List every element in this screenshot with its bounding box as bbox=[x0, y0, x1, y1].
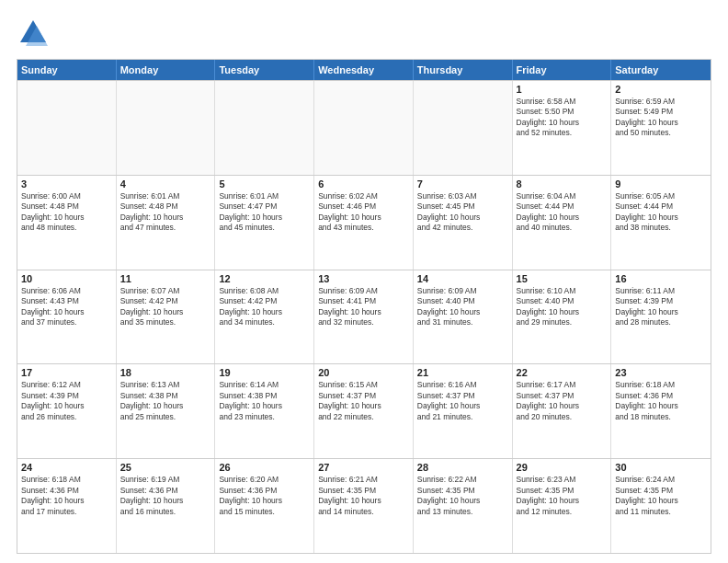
day-number: 8 bbox=[517, 178, 608, 190]
day-cell-29: 29Sunrise: 6:23 AM Sunset: 4:35 PM Dayli… bbox=[513, 459, 612, 553]
day-cell-24: 24Sunrise: 6:18 AM Sunset: 4:36 PM Dayli… bbox=[17, 459, 117, 553]
day-cell-22: 22Sunrise: 6:17 AM Sunset: 4:37 PM Dayli… bbox=[513, 364, 612, 458]
day-number: 29 bbox=[517, 462, 608, 473]
day-info: Sunrise: 6:05 AM Sunset: 4:44 PM Dayligh… bbox=[615, 191, 707, 234]
day-number: 18 bbox=[120, 367, 211, 378]
day-cell-28: 28Sunrise: 6:22 AM Sunset: 4:35 PM Dayli… bbox=[414, 459, 513, 553]
day-cell-19: 19Sunrise: 6:14 AM Sunset: 4:38 PM Dayli… bbox=[215, 364, 314, 458]
header-day-sunday: Sunday bbox=[17, 60, 117, 80]
day-info: Sunrise: 6:06 AM Sunset: 4:43 PM Dayligh… bbox=[21, 286, 112, 328]
day-cell-21: 21Sunrise: 6:16 AM Sunset: 4:37 PM Dayli… bbox=[414, 364, 513, 458]
day-info: Sunrise: 6:19 AM Sunset: 4:36 PM Dayligh… bbox=[120, 475, 211, 517]
day-info: Sunrise: 6:12 AM Sunset: 4:39 PM Dayligh… bbox=[21, 380, 112, 422]
day-cell-18: 18Sunrise: 6:13 AM Sunset: 4:38 PM Dayli… bbox=[117, 364, 216, 458]
day-number: 7 bbox=[417, 178, 508, 190]
day-number: 28 bbox=[417, 462, 508, 473]
day-cell-9: 9Sunrise: 6:05 AM Sunset: 4:44 PM Daylig… bbox=[611, 176, 711, 270]
day-number: 3 bbox=[21, 178, 112, 190]
day-cell-2: 2Sunrise: 6:59 AM Sunset: 5:49 PM Daylig… bbox=[611, 81, 711, 175]
day-number: 27 bbox=[318, 462, 409, 473]
day-number: 6 bbox=[318, 178, 409, 190]
day-number: 19 bbox=[219, 367, 310, 378]
calendar-row-2: 3Sunrise: 6:00 AM Sunset: 4:48 PM Daylig… bbox=[17, 175, 711, 270]
day-info: Sunrise: 6:10 AM Sunset: 4:40 PM Dayligh… bbox=[517, 286, 608, 328]
day-number: 13 bbox=[318, 273, 409, 284]
day-cell-8: 8Sunrise: 6:04 AM Sunset: 4:44 PM Daylig… bbox=[513, 176, 612, 270]
header bbox=[17, 17, 711, 50]
day-cell-1: 1Sunrise: 6:58 AM Sunset: 5:50 PM Daylig… bbox=[513, 81, 612, 175]
day-number: 14 bbox=[417, 273, 508, 284]
day-number: 15 bbox=[517, 273, 608, 284]
day-info: Sunrise: 6:01 AM Sunset: 4:47 PM Dayligh… bbox=[219, 191, 310, 234]
page: SundayMondayTuesdayWednesdayThursdayFrid… bbox=[0, 0, 728, 563]
day-cell-17: 17Sunrise: 6:12 AM Sunset: 4:39 PM Dayli… bbox=[17, 364, 117, 458]
day-info: Sunrise: 6:18 AM Sunset: 4:36 PM Dayligh… bbox=[21, 475, 112, 517]
day-info: Sunrise: 6:01 AM Sunset: 4:48 PM Dayligh… bbox=[120, 191, 211, 234]
day-info: Sunrise: 6:13 AM Sunset: 4:38 PM Dayligh… bbox=[120, 380, 211, 422]
day-info: Sunrise: 6:16 AM Sunset: 4:37 PM Dayligh… bbox=[417, 380, 508, 422]
day-number: 1 bbox=[517, 84, 608, 95]
empty-cell bbox=[215, 81, 314, 175]
empty-cell bbox=[17, 81, 117, 175]
calendar: SundayMondayTuesdayWednesdayThursdayFrid… bbox=[17, 59, 711, 554]
day-cell-12: 12Sunrise: 6:08 AM Sunset: 4:42 PM Dayli… bbox=[215, 270, 314, 364]
day-cell-5: 5Sunrise: 6:01 AM Sunset: 4:47 PM Daylig… bbox=[215, 176, 314, 270]
calendar-row-4: 17Sunrise: 6:12 AM Sunset: 4:39 PM Dayli… bbox=[17, 363, 711, 458]
day-cell-11: 11Sunrise: 6:07 AM Sunset: 4:42 PM Dayli… bbox=[117, 270, 216, 364]
calendar-row-1: 1Sunrise: 6:58 AM Sunset: 5:50 PM Daylig… bbox=[17, 80, 711, 175]
logo-icon bbox=[17, 17, 50, 50]
day-info: Sunrise: 6:18 AM Sunset: 4:36 PM Dayligh… bbox=[615, 380, 707, 422]
logo bbox=[17, 17, 53, 50]
day-cell-7: 7Sunrise: 6:03 AM Sunset: 4:45 PM Daylig… bbox=[414, 176, 513, 270]
day-number: 9 bbox=[615, 178, 707, 190]
day-info: Sunrise: 6:23 AM Sunset: 4:35 PM Dayligh… bbox=[517, 475, 608, 517]
day-number: 20 bbox=[318, 367, 409, 378]
day-number: 17 bbox=[21, 367, 112, 378]
day-info: Sunrise: 6:22 AM Sunset: 4:35 PM Dayligh… bbox=[417, 475, 508, 517]
day-info: Sunrise: 6:11 AM Sunset: 4:39 PM Dayligh… bbox=[615, 286, 707, 328]
header-day-thursday: Thursday bbox=[414, 60, 513, 80]
calendar-row-3: 10Sunrise: 6:06 AM Sunset: 4:43 PM Dayli… bbox=[17, 270, 711, 364]
day-cell-23: 23Sunrise: 6:18 AM Sunset: 4:36 PM Dayli… bbox=[611, 364, 711, 458]
empty-cell bbox=[414, 81, 513, 175]
day-info: Sunrise: 6:00 AM Sunset: 4:48 PM Dayligh… bbox=[21, 191, 112, 234]
day-cell-20: 20Sunrise: 6:15 AM Sunset: 4:37 PM Dayli… bbox=[314, 364, 414, 458]
day-info: Sunrise: 6:14 AM Sunset: 4:38 PM Dayligh… bbox=[219, 380, 310, 422]
day-info: Sunrise: 6:09 AM Sunset: 4:41 PM Dayligh… bbox=[318, 286, 409, 328]
day-info: Sunrise: 6:58 AM Sunset: 5:50 PM Dayligh… bbox=[517, 97, 608, 139]
calendar-body: 1Sunrise: 6:58 AM Sunset: 5:50 PM Daylig… bbox=[17, 80, 711, 553]
day-info: Sunrise: 6:15 AM Sunset: 4:37 PM Dayligh… bbox=[318, 380, 409, 422]
empty-cell bbox=[117, 81, 216, 175]
day-info: Sunrise: 6:24 AM Sunset: 4:35 PM Dayligh… bbox=[615, 475, 707, 517]
day-cell-15: 15Sunrise: 6:10 AM Sunset: 4:40 PM Dayli… bbox=[513, 270, 612, 364]
calendar-row-5: 24Sunrise: 6:18 AM Sunset: 4:36 PM Dayli… bbox=[17, 458, 711, 553]
day-number: 24 bbox=[21, 462, 112, 473]
header-day-tuesday: Tuesday bbox=[215, 60, 314, 80]
day-number: 10 bbox=[21, 273, 112, 284]
day-number: 25 bbox=[120, 462, 211, 473]
day-cell-10: 10Sunrise: 6:06 AM Sunset: 4:43 PM Dayli… bbox=[17, 270, 117, 364]
day-number: 26 bbox=[219, 462, 310, 473]
day-info: Sunrise: 6:04 AM Sunset: 4:44 PM Dayligh… bbox=[517, 191, 608, 234]
day-number: 30 bbox=[615, 462, 707, 473]
day-info: Sunrise: 6:09 AM Sunset: 4:40 PM Dayligh… bbox=[417, 286, 508, 328]
day-info: Sunrise: 6:17 AM Sunset: 4:37 PM Dayligh… bbox=[517, 380, 608, 422]
day-info: Sunrise: 6:03 AM Sunset: 4:45 PM Dayligh… bbox=[417, 191, 508, 234]
header-day-monday: Monday bbox=[117, 60, 216, 80]
day-info: Sunrise: 6:02 AM Sunset: 4:46 PM Dayligh… bbox=[318, 191, 409, 234]
day-number: 21 bbox=[417, 367, 508, 378]
day-cell-25: 25Sunrise: 6:19 AM Sunset: 4:36 PM Dayli… bbox=[117, 459, 216, 553]
calendar-header: SundayMondayTuesdayWednesdayThursdayFrid… bbox=[17, 60, 711, 80]
day-number: 16 bbox=[615, 273, 707, 284]
day-info: Sunrise: 6:59 AM Sunset: 5:49 PM Dayligh… bbox=[615, 97, 707, 139]
day-cell-6: 6Sunrise: 6:02 AM Sunset: 4:46 PM Daylig… bbox=[314, 176, 414, 270]
day-info: Sunrise: 6:21 AM Sunset: 4:35 PM Dayligh… bbox=[318, 475, 409, 517]
day-cell-30: 30Sunrise: 6:24 AM Sunset: 4:35 PM Dayli… bbox=[611, 459, 711, 553]
day-cell-26: 26Sunrise: 6:20 AM Sunset: 4:36 PM Dayli… bbox=[215, 459, 314, 553]
day-cell-14: 14Sunrise: 6:09 AM Sunset: 4:40 PM Dayli… bbox=[414, 270, 513, 364]
day-cell-16: 16Sunrise: 6:11 AM Sunset: 4:39 PM Dayli… bbox=[611, 270, 711, 364]
day-cell-27: 27Sunrise: 6:21 AM Sunset: 4:35 PM Dayli… bbox=[314, 459, 414, 553]
header-day-saturday: Saturday bbox=[611, 60, 711, 80]
day-number: 12 bbox=[219, 273, 310, 284]
day-info: Sunrise: 6:20 AM Sunset: 4:36 PM Dayligh… bbox=[219, 475, 310, 517]
